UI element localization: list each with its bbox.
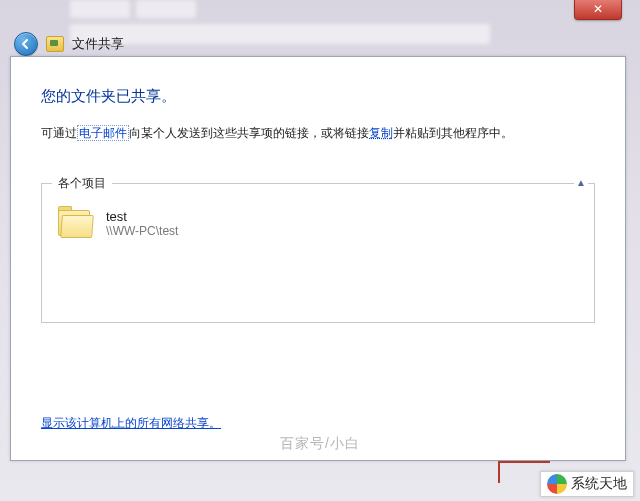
item-path: \\WW-PC\test xyxy=(106,224,178,238)
instruction-mid: 向某个人发送到这些共享项的链接，或将链接 xyxy=(129,126,369,140)
copy-link[interactable]: 复制 xyxy=(369,126,393,140)
instruction-suffix: 并粘贴到其他程序中。 xyxy=(393,126,513,140)
email-link[interactable]: 电子邮件 xyxy=(77,125,129,141)
arrow-left-icon xyxy=(20,38,32,50)
brand-logo-icon xyxy=(547,474,567,494)
close-icon: ✕ xyxy=(593,2,603,16)
watermark-brand: 系统天地 xyxy=(540,471,634,497)
share-folder-icon xyxy=(46,36,64,52)
items-groupbox: 各个项目 ▲ test \\WW-PC\test xyxy=(41,183,595,323)
item-text: test \\WW-PC\test xyxy=(106,209,178,238)
folder-icon xyxy=(56,206,96,240)
instruction-text: 可通过电子邮件向某个人发送到这些共享项的链接，或将链接复制并粘贴到其他程序中。 xyxy=(41,124,595,143)
instruction-prefix: 可通过 xyxy=(41,126,77,140)
brand-text: 系统天地 xyxy=(571,475,627,493)
back-button[interactable] xyxy=(14,32,38,56)
item-name: test xyxy=(106,209,178,224)
collapse-toggle[interactable]: ▲ xyxy=(574,176,588,190)
dialog-panel: 您的文件夹已共享。 可通过电子邮件向某个人发送到这些共享项的链接，或将链接复制并… xyxy=(10,56,626,461)
header-bar: 文件共享 xyxy=(10,30,626,58)
shared-item[interactable]: test \\WW-PC\test xyxy=(56,206,580,240)
chevron-up-icon: ▲ xyxy=(576,177,586,188)
group-label: 各个项目 xyxy=(52,175,112,192)
page-heading: 您的文件夹已共享。 xyxy=(41,87,595,106)
close-button[interactable]: ✕ xyxy=(574,0,622,20)
show-all-shares-link[interactable]: 显示该计算机上的所有网络共享。 xyxy=(41,415,221,432)
window-title: 文件共享 xyxy=(72,35,124,53)
